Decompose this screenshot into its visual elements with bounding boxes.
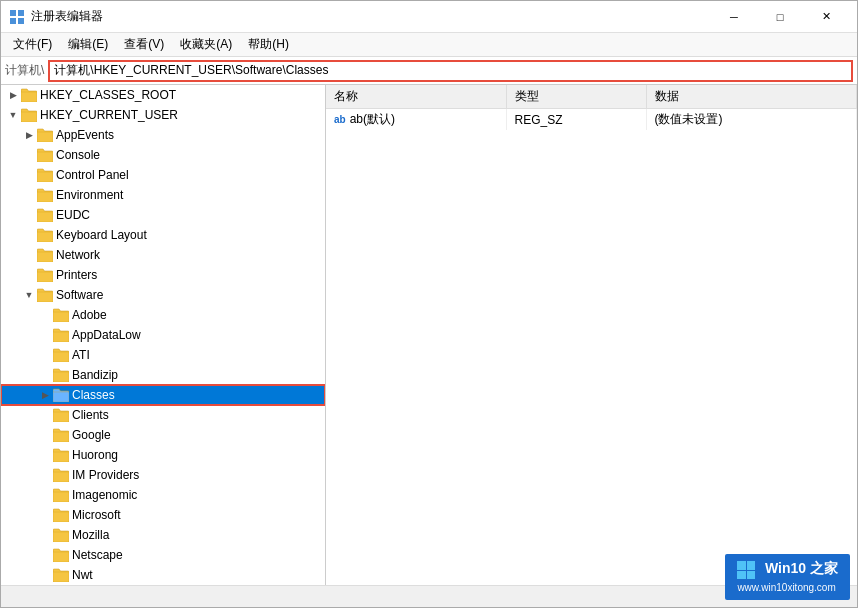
expand-btn-keyboardlayout[interactable] bbox=[21, 227, 37, 243]
titlebar: 注册表编辑器 ─ □ ✕ bbox=[1, 1, 857, 33]
expand-btn-nwt[interactable] bbox=[37, 567, 53, 583]
expand-btn-bandizip[interactable] bbox=[37, 367, 53, 383]
expand-btn-network[interactable] bbox=[21, 247, 37, 263]
tree-item-nwt[interactable]: Nwt bbox=[1, 565, 325, 585]
expand-btn-controlpanel[interactable] bbox=[21, 167, 37, 183]
tree-label-appevents: AppEvents bbox=[56, 128, 114, 142]
tree-label-controlpanel: Control Panel bbox=[56, 168, 129, 182]
app-icon bbox=[9, 9, 25, 25]
expand-btn-printers[interactable] bbox=[21, 267, 37, 283]
detail-cell-type: REG_SZ bbox=[506, 109, 646, 131]
tree-label-mozilla: Mozilla bbox=[72, 528, 109, 542]
tree-item-console[interactable]: Console bbox=[1, 145, 325, 165]
folder-icon-environment bbox=[37, 188, 53, 202]
expand-btn-software[interactable]: ▼ bbox=[21, 287, 37, 303]
folder-icon-appevents bbox=[37, 128, 53, 142]
detail-table: 名称 类型 数据 abab(默认)REG_SZ(数值未设置) bbox=[326, 85, 857, 130]
menu-edit[interactable]: 编辑(E) bbox=[60, 34, 116, 55]
folder-icon-printers bbox=[37, 268, 53, 282]
tree-label-classes: Classes bbox=[72, 388, 115, 402]
expand-btn-ati[interactable] bbox=[37, 347, 53, 363]
tree-item-mozilla[interactable]: Mozilla bbox=[1, 525, 325, 545]
tree-item-adobe[interactable]: Adobe bbox=[1, 305, 325, 325]
expand-btn-microsoft[interactable] bbox=[37, 507, 53, 523]
folder-icon-google bbox=[53, 428, 69, 442]
folder-icon-keyboardlayout bbox=[37, 228, 53, 242]
expand-btn-google[interactable] bbox=[37, 427, 53, 443]
tree-item-classes[interactable]: ▶ Classes bbox=[1, 385, 325, 405]
expand-btn-classes[interactable]: ▶ bbox=[37, 387, 53, 403]
col-type[interactable]: 类型 bbox=[506, 85, 646, 109]
expand-btn-hkcu[interactable]: ▼ bbox=[5, 107, 21, 123]
tree-label-improviders: IM Providers bbox=[72, 468, 139, 482]
tree-item-hkcr[interactable]: ▶ HKEY_CLASSES_ROOT bbox=[1, 85, 325, 105]
folder-icon-appdatalow bbox=[53, 328, 69, 342]
addressbar-input[interactable] bbox=[48, 60, 853, 82]
expand-btn-console[interactable] bbox=[21, 147, 37, 163]
folder-icon-console bbox=[37, 148, 53, 162]
tree-label-network: Network bbox=[56, 248, 100, 262]
registry-editor-window: 注册表编辑器 ─ □ ✕ 文件(F) 编辑(E) 查看(V) 收藏夹(A) 帮助… bbox=[0, 0, 858, 608]
expand-btn-improviders[interactable] bbox=[37, 467, 53, 483]
tree-label-eudc: EUDC bbox=[56, 208, 90, 222]
minimize-button[interactable]: ─ bbox=[711, 1, 757, 33]
expand-btn-clients[interactable] bbox=[37, 407, 53, 423]
expand-btn-imagenomic[interactable] bbox=[37, 487, 53, 503]
expand-btn-mozilla[interactable] bbox=[37, 527, 53, 543]
menu-help[interactable]: 帮助(H) bbox=[240, 34, 297, 55]
menubar: 文件(F) 编辑(E) 查看(V) 收藏夹(A) 帮助(H) bbox=[1, 33, 857, 57]
tree-item-clients[interactable]: Clients bbox=[1, 405, 325, 425]
tree-item-appevents[interactable]: ▶ AppEvents bbox=[1, 125, 325, 145]
tree-item-keyboardlayout[interactable]: Keyboard Layout bbox=[1, 225, 325, 245]
tree-item-google[interactable]: Google bbox=[1, 425, 325, 445]
expand-btn-appdatalow[interactable] bbox=[37, 327, 53, 343]
expand-btn-environment[interactable] bbox=[21, 187, 37, 203]
folder-icon-mozilla bbox=[53, 528, 69, 542]
folder-icon-network bbox=[37, 248, 53, 262]
tree-item-microsoft[interactable]: Microsoft bbox=[1, 505, 325, 525]
addressbar-label: 计算机\ bbox=[5, 62, 44, 79]
tree-label-google: Google bbox=[72, 428, 111, 442]
tree-item-improviders[interactable]: IM Providers bbox=[1, 465, 325, 485]
tree-item-software[interactable]: ▼ Software bbox=[1, 285, 325, 305]
folder-icon-hkcu bbox=[21, 108, 37, 122]
tree-item-appdatalow[interactable]: AppDataLow bbox=[1, 325, 325, 345]
col-name[interactable]: 名称 bbox=[326, 85, 506, 109]
detail-row[interactable]: abab(默认)REG_SZ(数值未设置) bbox=[326, 109, 857, 131]
tree-label-nwt: Nwt bbox=[72, 568, 93, 582]
close-button[interactable]: ✕ bbox=[803, 1, 849, 33]
tree-item-ati[interactable]: ATI bbox=[1, 345, 325, 365]
tree-item-printers[interactable]: Printers bbox=[1, 265, 325, 285]
folder-icon-nwt bbox=[53, 568, 69, 582]
expand-btn-eudc[interactable] bbox=[21, 207, 37, 223]
expand-btn-netscape[interactable] bbox=[37, 547, 53, 563]
menu-file[interactable]: 文件(F) bbox=[5, 34, 60, 55]
tree-label-netscape: Netscape bbox=[72, 548, 123, 562]
folder-icon-eudc bbox=[37, 208, 53, 222]
tree-item-eudc[interactable]: EUDC bbox=[1, 205, 325, 225]
menu-view[interactable]: 查看(V) bbox=[116, 34, 172, 55]
maximize-button[interactable]: □ bbox=[757, 1, 803, 33]
addressbar: 计算机\ bbox=[1, 57, 857, 85]
tree-panel: ▶ HKEY_CLASSES_ROOT▼ HKEY_CURRENT_USER▶ … bbox=[1, 85, 326, 585]
tree-item-environment[interactable]: Environment bbox=[1, 185, 325, 205]
tree-item-hkcu[interactable]: ▼ HKEY_CURRENT_USER bbox=[1, 105, 325, 125]
tree-item-huorong[interactable]: Huorong bbox=[1, 445, 325, 465]
tree-item-controlpanel[interactable]: Control Panel bbox=[1, 165, 325, 185]
folder-icon-imagenomic bbox=[53, 488, 69, 502]
col-data[interactable]: 数据 bbox=[646, 85, 857, 109]
folder-icon-adobe bbox=[53, 308, 69, 322]
tree-item-imagenomic[interactable]: Imagenomic bbox=[1, 485, 325, 505]
tree-item-bandizip[interactable]: Bandizip bbox=[1, 365, 325, 385]
expand-btn-adobe[interactable] bbox=[37, 307, 53, 323]
window-title: 注册表编辑器 bbox=[31, 8, 711, 25]
tree-label-console: Console bbox=[56, 148, 100, 162]
detail-cell-name: abab(默认) bbox=[326, 109, 506, 131]
expand-btn-hkcr[interactable]: ▶ bbox=[5, 87, 21, 103]
tree-item-network[interactable]: Network bbox=[1, 245, 325, 265]
expand-btn-appevents[interactable]: ▶ bbox=[21, 127, 37, 143]
tree-label-adobe: Adobe bbox=[72, 308, 107, 322]
tree-item-netscape[interactable]: Netscape bbox=[1, 545, 325, 565]
menu-favorites[interactable]: 收藏夹(A) bbox=[172, 34, 240, 55]
expand-btn-huorong[interactable] bbox=[37, 447, 53, 463]
